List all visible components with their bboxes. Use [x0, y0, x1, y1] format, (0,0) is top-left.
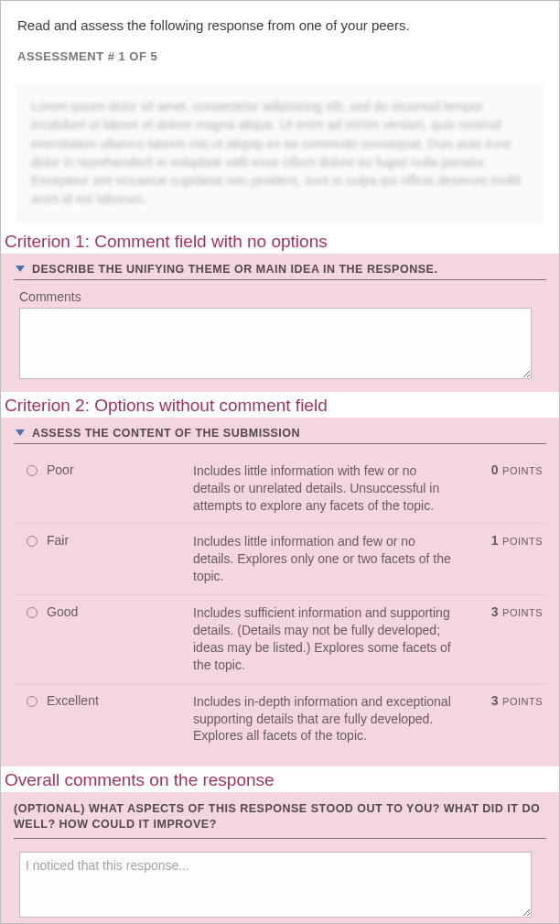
option-row[interactable]: Poor Includes little information with fe…	[14, 453, 546, 524]
caret-down-icon	[16, 266, 25, 272]
criterion-1-comments-input[interactable]	[19, 308, 532, 379]
criterion-1-header[interactable]: DESCRIBE THE UNIFYING THEME OR MAIN IDEA…	[14, 263, 546, 280]
radio-icon[interactable]	[27, 536, 38, 547]
option-row[interactable]: Excellent Includes in-depth information …	[14, 683, 546, 755]
criterion-2-title: ASSESS THE CONTENT OF THE SUBMISSION	[32, 427, 300, 440]
top-section: Read and assess the following response f…	[1, 1, 559, 83]
option-points: 0POINTS	[473, 462, 543, 477]
option-description: Includes in-depth information and except…	[193, 693, 464, 745]
annotation-criterion-1: Criterion 1: Comment field with no optio…	[1, 228, 559, 254]
option-label: Excellent	[47, 693, 184, 708]
annotation-criterion-2: Criterion 2: Options without comment fie…	[1, 392, 559, 418]
radio-icon[interactable]	[27, 607, 38, 618]
radio-icon[interactable]	[27, 465, 38, 476]
overall-comments-input[interactable]	[19, 852, 532, 918]
comments-label: Comments	[19, 289, 546, 304]
option-points: 3POINTS	[473, 604, 543, 619]
option-row[interactable]: Fair Includes little information and few…	[14, 523, 546, 594]
criterion-2-section: ASSESS THE CONTENT OF THE SUBMISSION Poo…	[1, 418, 559, 767]
option-label: Fair	[47, 533, 184, 548]
radio-icon[interactable]	[27, 696, 38, 707]
option-points: 3POINTS	[473, 693, 543, 708]
option-points: 1POINTS	[473, 533, 543, 548]
assessment-counter: ASSESSMENT # 1 OF 5	[17, 49, 543, 63]
criterion-1-section: DESCRIBE THE UNIFYING THEME OR MAIN IDEA…	[1, 254, 559, 392]
option-row[interactable]: Good Includes sufficient information and…	[14, 594, 546, 683]
caret-down-icon	[16, 429, 25, 436]
overall-heading: (OPTIONAL) WHAT ASPECTS OF THIS RESPONSE…	[14, 801, 546, 839]
criterion-1-title: DESCRIBE THE UNIFYING THEME OR MAIN IDEA…	[32, 263, 437, 276]
criterion-2-header[interactable]: ASSESS THE CONTENT OF THE SUBMISSION	[14, 427, 546, 444]
peer-response-preview: Lorem ipsum dolor sit amet, consectetur …	[17, 83, 543, 223]
option-label: Good	[47, 604, 184, 619]
option-description: Includes sufficient information and supp…	[193, 604, 464, 674]
instruction-text: Read and assess the following response f…	[17, 17, 543, 33]
option-description: Includes little information and few or n…	[193, 533, 464, 585]
overall-section: (OPTIONAL) WHAT ASPECTS OF THIS RESPONSE…	[1, 792, 559, 924]
option-description: Includes little information with few or …	[193, 462, 464, 515]
criterion-2-options: Poor Includes little information with fe…	[14, 453, 546, 755]
option-label: Poor	[47, 462, 184, 477]
annotation-overall: Overall comments on the response	[1, 766, 559, 792]
